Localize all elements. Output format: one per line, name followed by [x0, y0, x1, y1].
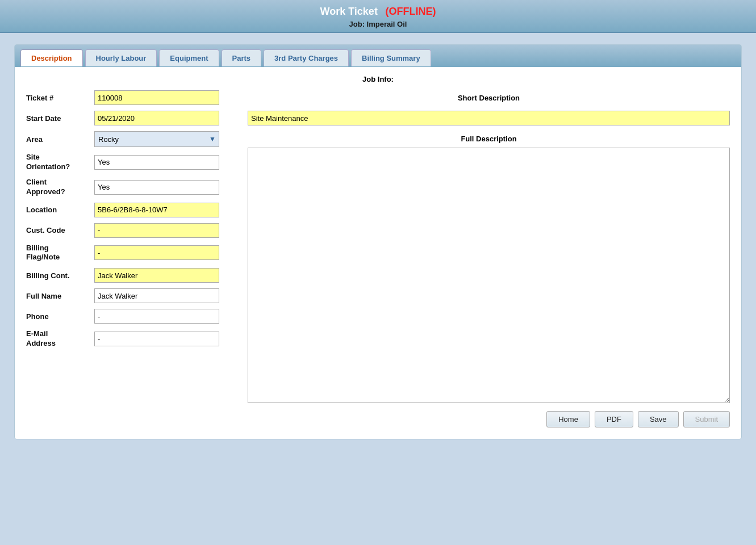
cust-code-row: Cust. Code: [26, 223, 236, 238]
form-area: Job Info: Ticket # Start Date Area: [15, 67, 741, 439]
billing-flag-input[interactable]: [94, 245, 219, 260]
right-col: Short Description Full Description: [248, 90, 730, 403]
short-desc-row: [248, 111, 730, 125]
area-select[interactable]: Rocky Urban Rural: [94, 131, 219, 147]
short-desc-input[interactable]: [248, 111, 730, 125]
client-approved-row: ClientApproved?: [26, 178, 236, 197]
cust-code-label: Cust. Code: [26, 226, 94, 234]
billing-cont-row: Billing Cont.: [26, 268, 236, 283]
ticket-row: Ticket #: [26, 90, 236, 105]
tab-billing-summary[interactable]: Billing Summary: [351, 49, 431, 66]
start-date-input[interactable]: [94, 111, 219, 125]
job-info-header: Job Info:: [26, 75, 730, 83]
short-desc-header-row: Short Description: [248, 90, 730, 105]
ticket-label: Ticket #: [26, 94, 94, 102]
client-approved-label: ClientApproved?: [26, 178, 94, 197]
short-desc-label: Short Description: [248, 94, 730, 102]
phone-input[interactable]: [94, 309, 219, 324]
billing-cont-label: Billing Cont.: [26, 271, 94, 280]
billing-flag-label: BillingFlag/Note: [26, 244, 94, 263]
buttons-row: Home PDF Save Submit: [26, 411, 730, 427]
tab-parts[interactable]: Parts: [222, 49, 262, 66]
location-label: Location: [26, 206, 94, 214]
full-desc-textarea[interactable]: [248, 148, 730, 403]
home-button[interactable]: Home: [546, 411, 590, 427]
offline-status: (OFFLINE): [386, 6, 436, 17]
start-date-row: Start Date: [26, 111, 236, 125]
site-orientation-input[interactable]: [94, 155, 219, 170]
page-title: Work Ticket: [320, 6, 378, 17]
full-desc-label: Full Description: [248, 135, 730, 143]
email-row: E-MailAddress: [26, 329, 236, 349]
full-name-row: Full Name: [26, 288, 236, 303]
client-approved-input[interactable]: [94, 180, 219, 195]
left-col: Ticket # Start Date Area Rocky Urban R: [26, 90, 236, 403]
tab-hourly-labour[interactable]: Hourly Labour: [85, 49, 157, 66]
submit-button: Submit: [683, 411, 730, 427]
area-row: Area Rocky Urban Rural ▼: [26, 131, 236, 147]
form-body: Ticket # Start Date Area Rocky Urban R: [26, 90, 730, 403]
cust-code-input[interactable]: [94, 223, 219, 238]
tab-3rd-party[interactable]: 3rd Party Charges: [264, 49, 349, 66]
main-container: Description Hourly Labour Equipment Part…: [14, 44, 742, 439]
billing-flag-row: BillingFlag/Note: [26, 244, 236, 263]
billing-cont-input[interactable]: [94, 268, 219, 283]
tab-bar: Description Hourly Labour Equipment Part…: [15, 45, 741, 67]
full-name-input[interactable]: [94, 288, 219, 303]
pdf-button[interactable]: PDF: [595, 411, 633, 427]
full-name-label: Full Name: [26, 292, 94, 300]
area-select-wrapper: Rocky Urban Rural ▼: [94, 131, 219, 147]
location-input[interactable]: [94, 203, 219, 217]
email-input[interactable]: [94, 332, 219, 346]
job-line: Job: Imperail Oil: [0, 20, 756, 28]
site-orientation-row: SiteOrientation?: [26, 153, 236, 172]
email-label: E-MailAddress: [26, 329, 94, 349]
top-header: Work Ticket (OFFLINE) Job: Imperail Oil: [0, 0, 756, 33]
tab-equipment[interactable]: Equipment: [159, 49, 219, 66]
site-orientation-label: SiteOrientation?: [26, 153, 94, 172]
tab-description[interactable]: Description: [20, 49, 83, 66]
phone-row: Phone: [26, 309, 236, 324]
phone-label: Phone: [26, 312, 94, 321]
start-date-label: Start Date: [26, 114, 94, 123]
location-row: Location: [26, 203, 236, 217]
area-label: Area: [26, 135, 94, 144]
save-button[interactable]: Save: [638, 411, 679, 427]
ticket-input[interactable]: [94, 90, 219, 105]
